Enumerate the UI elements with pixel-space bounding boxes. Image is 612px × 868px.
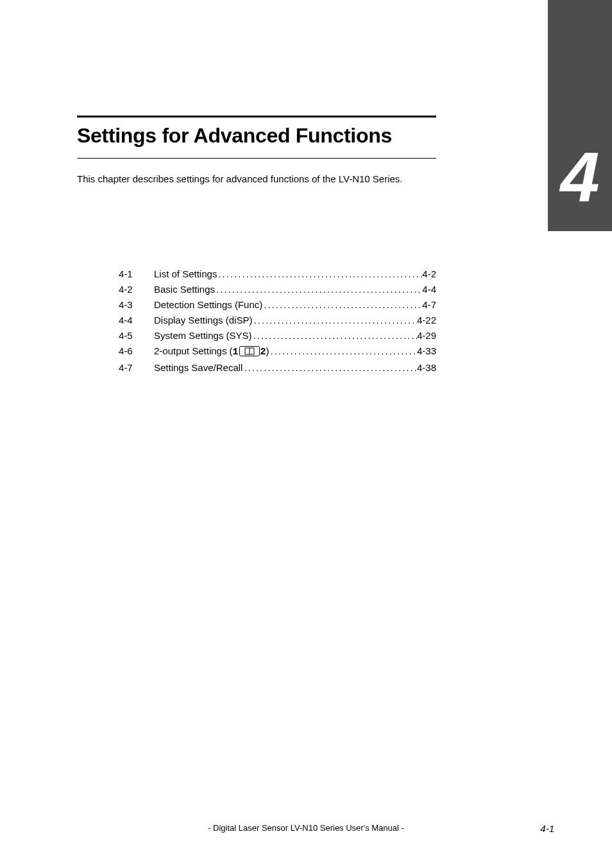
toc-page-number: 4-29 [417,328,436,343]
toc-row: 4-4 Display Settings (diSP) 4-22 [119,313,436,328]
toc-section-label: Detection Settings (Func) [154,297,262,313]
page-footer: - Digital Laser Sensor LV-N10 Series Use… [0,823,612,833]
toc-page-number: 4-2 [422,266,436,282]
chapter-intro: This chapter describes settings for adva… [77,173,436,186]
toc-section-label: Display Settings (diSP) [154,313,252,328]
toc-page-number: 4-33 [417,343,436,359]
toc-page-number: 4-22 [417,313,436,328]
toc-row: 4-3 Detection Settings (Func) 4-7 [119,297,436,313]
two-output-icon [239,346,260,356]
toc-section-number: 4-7 [119,360,154,376]
rule-top [77,116,436,117]
toc-leader-dots [252,313,417,328]
toc-row: 4-6 2-output Settings (12) 4-33 [119,343,436,360]
toc-section-number: 4-6 [119,343,154,359]
toc-leader-dots [242,360,417,376]
toc-leader-dots [215,282,422,297]
toc-page-number: 4-4 [422,282,436,297]
toc-section-number: 4-5 [119,328,154,343]
toc-section-number: 4-2 [119,282,154,297]
chapter-number: 4 [560,141,599,212]
toc-leader-dots [252,328,417,343]
table-of-contents: 4-1 List of Settings 4-2 4-2 Basic Setti… [119,266,436,376]
toc-label-2: 2 [260,347,266,358]
toc-section-label: System Settings (SYS) [154,328,252,343]
toc-row: 4-5 System Settings (SYS) 4-29 [119,328,436,343]
toc-section-number: 4-4 [119,313,154,328]
toc-section-label: 2-output Settings (12) [154,343,269,360]
toc-section-number: 4-3 [119,297,154,313]
chapter-side-tab: 4 [548,0,612,231]
page-root: 4 Settings for Advanced Functions This c… [0,0,612,868]
toc-page-number: 4-38 [417,360,436,376]
footer-manual-title: - Digital Laser Sensor LV-N10 Series Use… [208,823,404,833]
toc-section-number: 4-1 [119,266,154,282]
toc-section-label: Basic Settings [154,282,215,297]
toc-leader-dots [262,297,422,313]
toc-row: 4-1 List of Settings 4-2 [119,266,436,282]
toc-section-label: Settings Save/Recall [154,360,242,376]
toc-label-1: 1 [233,347,239,358]
toc-label-pre: 2-output Settings ( [154,345,233,356]
chapter-header-block: Settings for Advanced Functions This cha… [77,116,436,186]
chapter-title: Settings for Advanced Functions [77,124,436,148]
toc-row: 4-2 Basic Settings 4-4 [119,282,436,297]
toc-section-label: List of Settings [154,266,217,282]
footer-page-number: 4-1 [540,823,554,834]
toc-leader-dots [269,343,417,359]
rule-bottom [77,158,436,159]
toc-row: 4-7 Settings Save/Recall 4-38 [119,360,436,376]
toc-leader-dots [217,266,422,282]
toc-page-number: 4-7 [422,297,436,313]
